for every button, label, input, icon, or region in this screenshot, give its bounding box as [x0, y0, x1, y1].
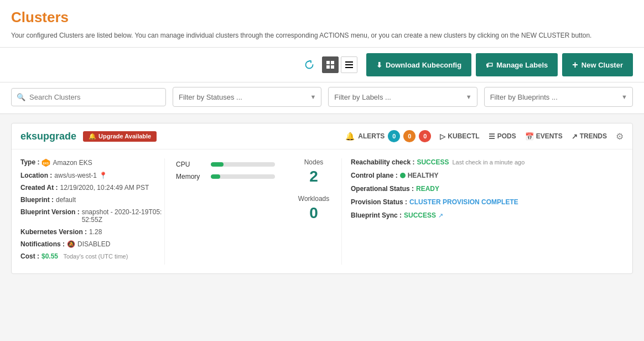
cluster-nav-links: ▷ KUBECTL ☰ PODS 📅 EVENTS ↗	[440, 132, 607, 141]
alerts-icon: 🔔	[345, 132, 355, 141]
status-col: Reachability check : SUCCESS Last check …	[341, 158, 552, 265]
location-value: aws/us-west-1 📍	[54, 172, 107, 179]
statuses-filter-wrap: Filter by Statuses ... ▼	[173, 87, 321, 107]
provision-status: CLUSTER PROVISION COMPLETE	[409, 198, 518, 206]
alerts-label: ALERTS	[358, 132, 385, 140]
cost-row: Cost : $0.55 Today's cost (UTC time)	[20, 252, 164, 260]
k8s-version-label: Kubernetes Version :	[20, 228, 87, 236]
memory-bar	[211, 174, 275, 179]
alert-badge-red: 0	[419, 130, 431, 142]
view-toggle	[322, 56, 357, 73]
blueprints-filter-wrap: Filter by Blueprints ... ▼	[484, 87, 633, 107]
trends-label: TRENDS	[580, 132, 607, 140]
search-input[interactable]	[11, 88, 166, 106]
workloads-value: 0	[286, 204, 341, 223]
control-plane-dot	[400, 173, 406, 178]
blueprints-filter[interactable]: Filter by Blueprints ...	[484, 87, 633, 107]
notifications-label: Notifications :	[20, 240, 65, 248]
upgrade-available-badge: 🔔 Upgrade Available	[83, 131, 157, 142]
label-icon: 🏷	[486, 61, 493, 69]
location-icon: 📍	[99, 172, 107, 179]
blueprint-value: default	[56, 196, 76, 204]
bell-icon: 🔔	[89, 133, 96, 140]
reachability-status: SUCCESS	[417, 158, 449, 166]
cost-amount: $0.55	[41, 252, 58, 260]
statuses-filter[interactable]: Filter by Statuses ...	[173, 87, 321, 107]
trends-link[interactable]: ↗ TRENDS	[572, 132, 607, 141]
events-label: EVENTS	[536, 132, 563, 140]
alerts-group: 🔔 ALERTS 0 0 0	[345, 130, 431, 142]
bp-sync-row: Blueprint Sync : SUCCESS ↗	[351, 211, 552, 219]
created-label: Created At :	[20, 184, 58, 192]
location-row: Location : aws/us-west-1 📍	[20, 172, 164, 179]
plus-icon: +	[572, 59, 578, 71]
svg-rect-2	[326, 65, 330, 69]
pods-label: PODS	[497, 132, 516, 140]
pods-link[interactable]: ☰ PODS	[489, 132, 516, 141]
filters-section: 🔍 Filter by Statuses ... ▼ Filter by Lab…	[0, 82, 644, 114]
notifications-row: Notifications : 🔕 DISABLED	[20, 240, 164, 248]
kubectl-label: KUBECTL	[448, 132, 479, 140]
kubectl-link[interactable]: ▷ KUBECTL	[440, 132, 479, 141]
cluster-name-link[interactable]: eksupgrade	[20, 131, 76, 142]
cluster-metrics-col: CPU Memory	[164, 158, 275, 265]
bp-sync-label: Blueprint Sync :	[351, 211, 402, 219]
blueprint-row: Blueprint : default	[20, 196, 164, 204]
manage-labels-label: Manage Labels	[496, 61, 548, 69]
reachability-row: Reachability check : SUCCESS Last check …	[351, 158, 552, 166]
cluster-card: eksupgrade 🔔 Upgrade Available 🔔 ALERTS …	[11, 123, 633, 274]
nodes-workloads-col: Nodes 2 Workloads 0	[275, 158, 341, 265]
nodes-label: Nodes	[286, 158, 341, 166]
cluster-card-header: eksupgrade 🔔 Upgrade Available 🔔 ALERTS …	[12, 123, 632, 149]
download-kubeconfig-label: Download Kubeconfig	[386, 61, 461, 69]
page: Clusters Your configured Clusters are li…	[0, 0, 644, 341]
labels-filter-wrap: Filter by Labels ... ▼	[328, 87, 477, 107]
events-link[interactable]: 📅 EVENTS	[525, 132, 563, 141]
cpu-bar	[211, 162, 275, 167]
provision-row: Provision Status : CLUSTER PROVISION COM…	[351, 198, 552, 206]
k8s-version-value: 1.28	[89, 228, 102, 236]
alert-badge-teal: 0	[388, 130, 400, 142]
events-icon: 📅	[525, 132, 534, 141]
notifications-text: DISABLED	[77, 240, 110, 248]
grid-view-button[interactable]	[322, 56, 339, 73]
search-icon: 🔍	[17, 93, 25, 101]
manage-labels-button[interactable]: 🏷 Manage Labels	[476, 53, 558, 76]
refresh-button[interactable]	[301, 56, 318, 73]
page-title: Clusters	[11, 9, 633, 26]
control-plane-status: HEALTHY	[408, 172, 439, 179]
workloads-section: Workloads 0	[286, 195, 341, 223]
trends-icon: ↗	[572, 132, 578, 141]
cluster-info-col: Type : EKS Amazon EKS Location : aws/us-…	[20, 158, 164, 265]
settings-button[interactable]: ⚙	[616, 131, 624, 142]
svg-rect-5	[345, 64, 353, 65]
page-description: Your configured Clusters are listed belo…	[11, 30, 620, 40]
svg-rect-1	[331, 61, 334, 64]
pods-icon: ☰	[489, 132, 495, 141]
bell-muted-icon: 🔕	[67, 240, 75, 248]
download-kubeconfig-button[interactable]: ⬇ Download Kubeconfig	[366, 53, 471, 76]
bp-sync-status: SUCCESS	[404, 211, 436, 219]
header-section: Clusters Your configured Clusters are li…	[0, 0, 644, 48]
nodes-value: 2	[286, 167, 341, 186]
bp-version-value: snapshot - 2020-12-19T05:52:55Z	[82, 208, 164, 224]
clusters-list: eksupgrade 🔔 Upgrade Available 🔔 ALERTS …	[0, 114, 644, 292]
type-label: Type :	[20, 158, 39, 166]
memory-label: Memory	[176, 173, 206, 180]
new-cluster-button[interactable]: + New Cluster	[562, 53, 633, 76]
svg-rect-3	[331, 65, 334, 69]
labels-filter[interactable]: Filter by Labels ...	[328, 87, 477, 107]
upgrade-badge-label: Upgrade Available	[98, 133, 151, 140]
memory-bar-fill	[211, 174, 220, 179]
list-view-button[interactable]	[341, 56, 357, 73]
svg-rect-4	[345, 61, 353, 63]
cost-label: Cost :	[20, 252, 39, 260]
bp-version-row: Blueprint Version : snapshot - 2020-12-1…	[20, 208, 164, 224]
operational-status: READY	[416, 185, 439, 193]
external-link-icon[interactable]: ↗	[438, 212, 443, 219]
notifications-value: 🔕 DISABLED	[67, 240, 110, 248]
bp-version-label: Blueprint Version :	[20, 208, 80, 216]
new-cluster-label: New Cluster	[581, 61, 623, 69]
control-plane-label: Control plane :	[351, 172, 398, 179]
cost-suffix: Today's cost (UTC time)	[63, 253, 128, 260]
